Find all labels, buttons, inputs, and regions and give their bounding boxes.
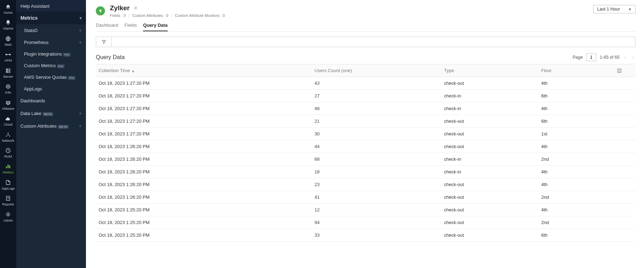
cell-collection-time: Oct 18, 2023 1:27:20 PM [96,77,312,90]
rail-item-alarms[interactable]: Alarms [0,17,16,33]
table-row[interactable]: Oct 18, 2023 1:26:20 PM23check-out4th [96,178,636,191]
cell-floor: 4th [538,166,614,178]
pager: Page 1-65 of 65 ‹ › [572,53,636,61]
badge: Pvt [57,64,64,68]
rail-item-server[interactable]: Server [0,65,16,81]
rail-item-cloud[interactable]: Cloud [0,113,16,129]
rail-item-rum[interactable]: RUM [0,145,16,161]
page-title: Zylker [110,4,130,12]
cell-collection-time: Oct 18, 2023 1:26:20 PM [96,178,312,191]
rail-item-reports[interactable]: Reports [0,193,16,209]
add-icon[interactable]: + [79,39,82,45]
search-input[interactable] [111,37,636,47]
table-row[interactable]: Oct 18, 2023 1:27:20 PM30check-out1st [96,128,636,140]
header-meta: Fields : 3 | Custom Attributes : 0 | Cus… [110,13,225,18]
cell-users-count: 23 [312,178,441,191]
sidebar-sub-statsd[interactable]: StatsD+ [16,24,86,36]
help-assistant-link[interactable]: Help Assistant [16,0,86,12]
rail-item-applogs[interactable]: AppLogs [0,177,16,193]
sidebar-sub-custom-metrics[interactable]: Custom Metrics Pvt [16,60,86,71]
more-menu-icon[interactable]: ≡ [134,5,137,11]
rail-item-metrics[interactable]: Metrics [0,161,16,177]
next-page-button[interactable]: › [631,55,636,60]
table-row[interactable]: Oct 18, 2023 1:27:20 PM48check-in4th [96,102,636,115]
rail-item-apm[interactable]: APM [0,49,16,65]
rail-item-network[interactable]: Network [0,129,16,145]
apm-icon [5,51,11,58]
filter-button[interactable] [96,37,111,47]
tab-dashboard[interactable]: Dashboard [96,23,118,31]
column-settings-button[interactable] [614,64,636,77]
col-users-count[interactable]: Users Count (one) [312,64,441,77]
section-title: Query Data [96,54,125,60]
table-row[interactable]: Oct 18, 2023 1:26:20 PM18check-in4th [96,166,636,178]
page-input[interactable] [586,53,596,61]
svg-point-2 [9,54,11,56]
sidebar-sub-prometheus[interactable]: Prometheus+ [16,36,86,48]
cell-floor: 6th [538,115,614,128]
cell-users-count: 94 [312,216,441,229]
time-range-value: Last 1 Hour [597,7,620,12]
table-row[interactable]: Oct 18, 2023 1:26:20 PM44check-out4th [96,140,636,153]
table-row[interactable]: Oct 18, 2023 1:25:20 PM94check-out2nd [96,216,636,229]
tab-fields[interactable]: Fields [125,23,137,31]
table-row[interactable]: Oct 18, 2023 1:25:20 PM12check-out4th [96,204,636,216]
cell-type: check-in [441,102,538,115]
metrics-section-label: Metrics [20,15,38,21]
col-floor[interactable]: Floor [538,64,614,77]
table-row[interactable]: Oct 18, 2023 1:26:20 PM68check-in2nd [96,153,636,166]
time-range-dropdown[interactable]: Last 1 Hour ▼ [593,5,636,13]
table-row[interactable]: Oct 18, 2023 1:26:20 PM41check-out2nd [96,191,636,204]
sidebar-item-dashboards[interactable]: Dashboards [16,95,86,107]
sidebar-sub-applogs[interactable]: AppLogs [16,83,86,95]
cell-collection-time: Oct 18, 2023 1:26:20 PM [96,153,312,166]
table-row[interactable]: Oct 18, 2023 1:27:20 PM43check-out4th [96,77,636,90]
rail-label: Home [4,11,12,14]
sidebar-item-data-lake[interactable]: Data Lake BETA+ [16,107,86,120]
badge: Pvt [63,53,70,57]
cell-users-count: 30 [312,128,441,140]
rail-item-admin[interactable]: Admin [0,209,16,225]
add-icon[interactable]: + [79,123,82,129]
sidebar-sub-label: StatsD [24,28,38,33]
rail-item-vmware[interactable]: VMware [0,97,16,113]
svg-point-14 [8,134,9,135]
sidebar-sub-aws-service-quotas[interactable]: AWS Service Quotas Pvt [16,71,86,83]
cell-collection-time: Oct 18, 2023 1:25:20 PM [96,204,312,216]
table-row[interactable]: Oct 18, 2023 1:27:20 PM27check-in6th [96,90,636,102]
cell-floor: 4th [538,204,614,216]
cell-type: check-out [441,191,538,204]
rail-item-k8s[interactable]: K8s [0,81,16,97]
cloud-icon [5,115,11,122]
status-up-icon [96,6,105,15]
vmware-icon [5,100,11,106]
sidebar-sub-plugin-integrations[interactable]: Plugin Integrations Pvt [16,48,86,60]
svg-point-11 [8,133,9,134]
rail-item-web[interactable]: Web [0,33,16,49]
col-collection-time[interactable]: Collection Time▲ [96,64,312,77]
rail-label: Metrics [3,171,14,174]
cell-type: check-out [441,77,538,90]
tab-query-data[interactable]: Query Data [143,23,167,31]
col-type[interactable]: Type [441,64,538,77]
add-icon[interactable]: + [79,27,82,33]
home-icon [5,4,11,10]
prev-page-button[interactable]: ‹ [623,55,628,60]
rail-item-home[interactable]: Home [0,1,16,17]
cell-type: check-in [441,153,538,166]
metrics-section-header[interactable]: Metrics ▾ [16,12,86,24]
add-icon[interactable]: + [79,110,82,116]
sidebar-item-custom-attributes[interactable]: Custom Attributes BETA+ [16,120,86,132]
rail-label: AppLogs [1,187,15,190]
sidebar-item-label: Data Lake BETA [20,111,53,116]
cell-collection-time: Oct 18, 2023 1:27:20 PM [96,115,312,128]
table-container: Collection Time▲ Users Count (one) Type … [86,64,644,268]
table-row[interactable]: Oct 18, 2023 1:27:20 PM21check-out6th [96,115,636,128]
reports-icon [5,195,11,202]
cell-type: check-in [441,90,538,102]
table-row[interactable]: Oct 18, 2023 1:25:20 PM33check-out6th [96,229,636,242]
sidebar-item-label: Dashboards [20,98,45,103]
badge: BETA [43,112,53,116]
rail-label: Admin [4,219,13,222]
dropdown-triangle-icon: ▼ [628,7,632,11]
